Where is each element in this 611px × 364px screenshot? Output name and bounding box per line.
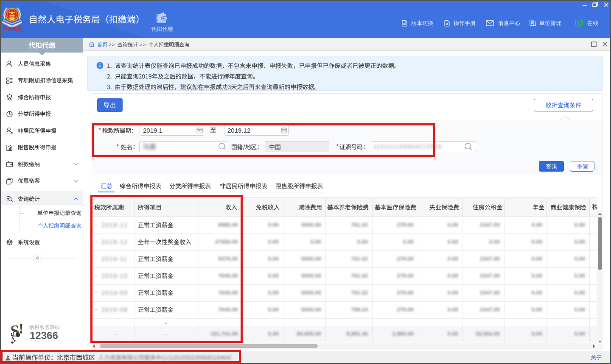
svg-text:S: S <box>10 321 20 340</box>
